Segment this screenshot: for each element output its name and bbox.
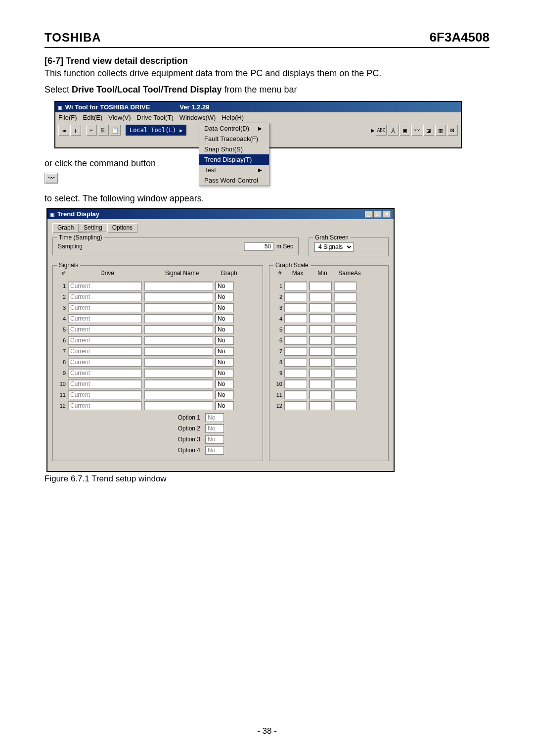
sameas-input[interactable]: [334, 336, 356, 345]
menu-help[interactable]: Help(H): [222, 114, 244, 121]
min-input[interactable]: [309, 379, 332, 388]
sameas-input[interactable]: [334, 303, 356, 312]
tab-options[interactable]: Options: [107, 223, 137, 233]
menu-edit[interactable]: Edit(E): [83, 114, 103, 121]
graph-input[interactable]: [215, 401, 234, 410]
sameas-input[interactable]: [334, 292, 356, 301]
signal-name-input[interactable]: [144, 292, 213, 301]
graph-input[interactable]: [215, 347, 234, 356]
graph-input[interactable]: [215, 390, 234, 399]
max-input[interactable]: [284, 379, 307, 388]
min-input[interactable]: [309, 314, 332, 323]
down-icon[interactable]: ↓: [70, 125, 81, 136]
menu-drivetool[interactable]: Drive Tool(T): [137, 114, 174, 121]
drive-input[interactable]: [68, 303, 142, 312]
sameas-input[interactable]: [334, 390, 356, 399]
sameas-input[interactable]: [334, 314, 356, 323]
signal-name-input[interactable]: [144, 282, 213, 290]
sameas-input[interactable]: [334, 369, 356, 378]
drive-input[interactable]: [68, 282, 142, 290]
signal-name-input[interactable]: [144, 347, 213, 356]
graph-input[interactable]: [215, 282, 234, 290]
min-input[interactable]: [309, 401, 332, 410]
tool-icon-3[interactable]: ◪: [423, 125, 434, 136]
graph-input[interactable]: [215, 369, 234, 378]
signal-name-input[interactable]: [144, 379, 213, 388]
close-icon[interactable]: ✕: [383, 211, 391, 218]
drive-input[interactable]: [68, 390, 142, 399]
menu-view[interactable]: View(V): [108, 114, 131, 121]
submenu-snap-shot[interactable]: Snap Shot(S): [199, 144, 269, 154]
max-input[interactable]: [284, 282, 307, 290]
menu-bar[interactable]: File(F) Edit(E) View(V) Drive Tool(T) Wi…: [55, 112, 461, 123]
max-input[interactable]: [284, 303, 307, 312]
tool-icon-2[interactable]: ▣: [400, 125, 410, 136]
max-input[interactable]: [284, 325, 307, 334]
min-input[interactable]: [309, 325, 332, 334]
graph-input[interactable]: [215, 325, 234, 334]
signal-name-input[interactable]: [144, 401, 213, 410]
graph-input[interactable]: [215, 336, 234, 345]
signal-name-input[interactable]: [144, 390, 213, 399]
submenu-fault-traceback[interactable]: Fault Traceback(F): [199, 134, 269, 144]
max-input[interactable]: [284, 336, 307, 345]
submenu-test[interactable]: Test▶: [199, 165, 269, 175]
sameas-input[interactable]: [334, 347, 356, 356]
drive-input[interactable]: [68, 369, 142, 378]
trend-command-button-icon[interactable]: 〰: [44, 173, 58, 184]
sameas-input[interactable]: [334, 282, 356, 290]
sameas-input[interactable]: [334, 325, 356, 334]
grah-screen-select[interactable]: 4 Signals: [314, 242, 354, 252]
tool-icon-4[interactable]: ⊠: [447, 125, 458, 136]
min-input[interactable]: [309, 336, 332, 345]
drive-input[interactable]: [68, 347, 142, 356]
drive-input[interactable]: [68, 292, 142, 301]
cut-icon[interactable]: ✂: [86, 125, 97, 136]
submenu-password[interactable]: Pass Word Control: [199, 175, 269, 186]
minimize-icon[interactable]: _: [365, 211, 373, 218]
max-input[interactable]: [284, 401, 307, 410]
min-input[interactable]: [309, 390, 332, 399]
min-input[interactable]: [309, 303, 332, 312]
graph-input[interactable]: [215, 314, 234, 323]
signal-name-input[interactable]: [144, 336, 213, 345]
graph-input[interactable]: [215, 303, 234, 312]
tab-graph[interactable]: Graph: [52, 223, 79, 233]
sameas-input[interactable]: [334, 401, 356, 410]
signal-name-input[interactable]: [144, 358, 213, 367]
trend-icon[interactable]: 〰: [411, 125, 422, 136]
max-input[interactable]: [284, 390, 307, 399]
graph-input[interactable]: [215, 358, 234, 367]
signal-name-input[interactable]: [144, 325, 213, 334]
min-input[interactable]: [309, 358, 332, 367]
max-input[interactable]: [284, 347, 307, 356]
chart-icon[interactable]: ▥: [435, 125, 446, 136]
graph-input[interactable]: [215, 379, 234, 388]
drive-input[interactable]: [68, 314, 142, 323]
submenu-trend-display[interactable]: Trend Display(T): [199, 154, 269, 165]
drive-input[interactable]: [68, 401, 142, 410]
max-input[interactable]: [284, 292, 307, 301]
max-input[interactable]: [284, 358, 307, 367]
menu-windows[interactable]: Windows(W): [179, 114, 216, 121]
signal-name-input[interactable]: [144, 303, 213, 312]
max-input[interactable]: [284, 369, 307, 378]
tool-icon-1[interactable]: ⅄: [388, 125, 399, 136]
drive-input[interactable]: [68, 336, 142, 345]
sampling-input[interactable]: [244, 242, 273, 251]
abc-icon[interactable]: ABC: [376, 125, 387, 136]
submenu-data-control[interactable]: Data Control(D)▶: [199, 123, 269, 134]
menu-file[interactable]: File(F): [58, 114, 77, 121]
sameas-input[interactable]: [334, 358, 356, 367]
graph-input[interactable]: [215, 292, 234, 301]
min-input[interactable]: [309, 347, 332, 356]
drive-input[interactable]: [68, 325, 142, 334]
max-input[interactable]: [284, 314, 307, 323]
tab-setting[interactable]: Setting: [79, 223, 107, 233]
maximize-icon[interactable]: □: [374, 211, 382, 218]
local-tool-button[interactable]: Local Tool(L) ▶: [126, 125, 186, 136]
min-input[interactable]: [309, 369, 332, 378]
min-input[interactable]: [309, 282, 332, 290]
signal-name-input[interactable]: [144, 369, 213, 378]
copy-icon[interactable]: ⎘: [98, 125, 109, 136]
